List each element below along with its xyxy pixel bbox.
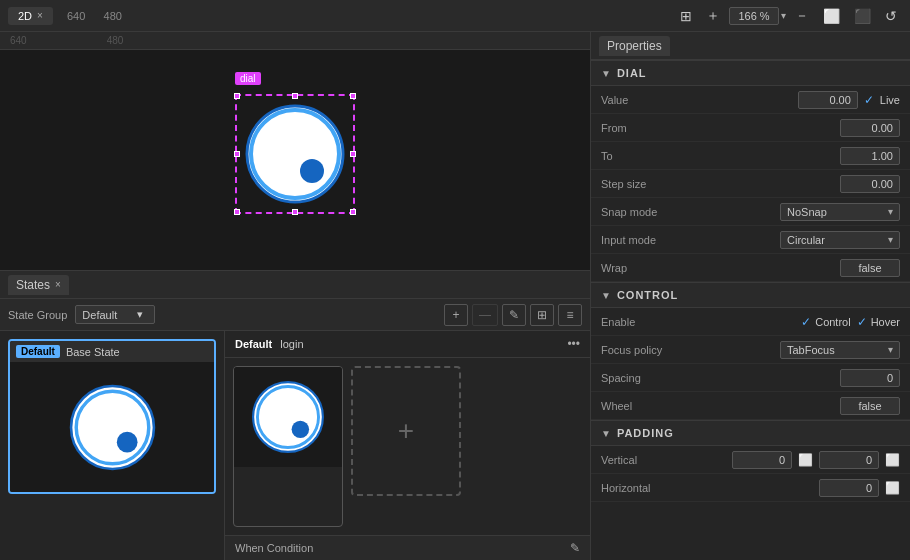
svg-point-5	[116, 431, 137, 452]
enable-hover-check[interactable]: ✓ Hover	[857, 315, 900, 329]
prop-dropdown-inputmode[interactable]: Circular ▾	[780, 231, 900, 249]
canvas-area: 640 480 dial	[0, 32, 590, 560]
control-section-header[interactable]: ▼ CONTROL	[591, 282, 910, 308]
handle-tr[interactable]	[350, 93, 356, 99]
state-card-header: Default Base State	[10, 341, 214, 362]
states-tab[interactable]: States ×	[8, 275, 69, 295]
instance-tab-default[interactable]: Default	[235, 338, 272, 350]
prop-row-enable: Enable ✓ Control ✓ Hover	[591, 308, 910, 336]
handle-mr[interactable]	[350, 151, 356, 157]
instance-tab-login[interactable]: login	[280, 338, 303, 350]
prop-label-stepsize: Step size	[601, 178, 681, 190]
handle-tl[interactable]	[234, 93, 240, 99]
prop-row-snapmode: Snap mode NoSnap ▾	[591, 198, 910, 226]
state-card-default[interactable]: Default Base State	[8, 339, 216, 494]
prop-bool-wrap: false	[840, 259, 900, 277]
zoom-dropdown-icon[interactable]: ▾	[781, 10, 786, 21]
padding-section-header[interactable]: ▼ PADDING	[591, 420, 910, 446]
zoom-out-btn[interactable]: －	[790, 4, 814, 28]
svg-point-3	[71, 386, 154, 469]
prop-dropdown-focuspolicy[interactable]: TabFocus ▾	[780, 341, 900, 359]
prop-input-horizontal[interactable]	[819, 479, 879, 497]
dial-section-header[interactable]: ▼ DIAL	[591, 60, 910, 86]
handle-bl[interactable]	[234, 209, 240, 215]
value-check-icon[interactable]: ✓	[864, 93, 874, 107]
state-group-value: Default	[82, 309, 117, 321]
refresh-btn[interactable]: ↺	[880, 5, 902, 27]
enable-control-check[interactable]: ✓ Control	[801, 315, 850, 329]
edit-state-btn[interactable]: ✎	[502, 304, 526, 326]
prop-row-inputmode: Input mode Circular ▾	[591, 226, 910, 254]
instance-more-icon[interactable]: •••	[567, 337, 580, 351]
prop-bool-wheel: false	[840, 397, 900, 415]
prop-input-value[interactable]	[798, 91, 858, 109]
states-tab-close[interactable]: ×	[55, 279, 61, 290]
svg-point-2	[300, 159, 324, 183]
prop-input-from[interactable]	[840, 119, 900, 137]
prop-value-from	[681, 119, 900, 137]
prop-label-value: Value	[601, 94, 681, 106]
handle-bc[interactable]	[292, 209, 298, 215]
prop-row-spacing: Spacing	[591, 364, 910, 392]
states-tab-bar: States ×	[0, 271, 590, 299]
frame-btn[interactable]: ⬛	[849, 5, 876, 27]
prop-row-focuspolicy: Focus policy TabFocus ▾	[591, 336, 910, 364]
dial-svg	[240, 99, 350, 209]
prop-label-wheel: Wheel	[601, 400, 681, 412]
state-preview-svg	[65, 380, 160, 475]
inputmode-chevron: ▾	[888, 234, 893, 245]
dial-widget[interactable]: dial	[235, 94, 355, 214]
list-view-btn[interactable]: ≡	[558, 304, 582, 326]
dial-section-arrow: ▼	[601, 68, 611, 79]
prop-dropdown-snapmode[interactable]: NoSnap ▾	[780, 203, 900, 221]
tab-2d[interactable]: 2D ×	[8, 7, 53, 25]
zoom-value[interactable]: 166 %	[729, 7, 779, 25]
prop-input-stepsize[interactable]	[840, 175, 900, 193]
prop-input-vertical-2[interactable]	[819, 451, 879, 469]
toolbar: 2D × 640 480 ⊞ ＋ 166 % ▾ － ⬜ ⬛ ↺	[0, 0, 910, 32]
add-state-instance-btn[interactable]: +	[351, 366, 461, 496]
svg-point-0	[247, 106, 343, 202]
prop-input-vertical-1[interactable]	[732, 451, 792, 469]
fit-btn[interactable]: ⬜	[818, 5, 845, 27]
state-group-label: State Group	[8, 309, 67, 321]
box-icon-v2: ⬜	[885, 453, 900, 467]
prop-value-wheel: false	[681, 397, 900, 415]
grid-view-btn[interactable]: ⊞	[530, 304, 554, 326]
prop-label-from: From	[601, 122, 681, 134]
props-tab-properties[interactable]: Properties	[599, 36, 670, 56]
handle-tc[interactable]	[292, 93, 298, 99]
handle-ml[interactable]	[234, 151, 240, 157]
prop-input-spacing[interactable]	[840, 369, 900, 387]
states-tab-label: States	[16, 278, 50, 292]
grid-toggle-btn[interactable]: ⊞	[675, 5, 697, 27]
svg-point-8	[292, 421, 309, 438]
close-icon[interactable]: ×	[37, 10, 43, 21]
add-state-btn[interactable]: +	[444, 304, 468, 326]
live-label: Live	[880, 94, 900, 106]
prop-value-inputmode: Circular ▾	[681, 231, 900, 249]
state-instance-card[interactable]	[233, 366, 343, 527]
prop-row-to: To	[591, 142, 910, 170]
prop-value-enable: ✓ Control ✓ Hover	[681, 315, 900, 329]
remove-state-btn[interactable]: —	[472, 304, 498, 326]
coordinates: 640 480	[67, 10, 122, 22]
control-label: Control	[815, 316, 850, 328]
state-cards-panel: Default Base State	[0, 331, 225, 560]
prop-value-wrap: false	[681, 259, 900, 277]
prop-label-horizontal: Horizontal	[601, 482, 681, 494]
prop-value-horizontal: ⬜	[681, 479, 900, 497]
prop-input-to[interactable]	[840, 147, 900, 165]
canvas-viewport[interactable]: dial	[0, 50, 590, 270]
when-edit-icon[interactable]: ✎	[570, 541, 580, 555]
states-toolbar: State Group Default ▾ + — ✎ ⊞ ≡	[0, 299, 590, 331]
inputmode-value: Circular	[787, 234, 825, 246]
box-icon-h: ⬜	[885, 481, 900, 495]
prop-label-vertical: Vertical	[601, 454, 681, 466]
coord-x: 640	[67, 10, 85, 22]
focuspolicy-chevron: ▾	[888, 344, 893, 355]
state-group-select[interactable]: Default ▾	[75, 305, 155, 324]
handle-br[interactable]	[350, 209, 356, 215]
focuspolicy-value: TabFocus	[787, 344, 835, 356]
zoom-in-btn[interactable]: ＋	[701, 4, 725, 28]
